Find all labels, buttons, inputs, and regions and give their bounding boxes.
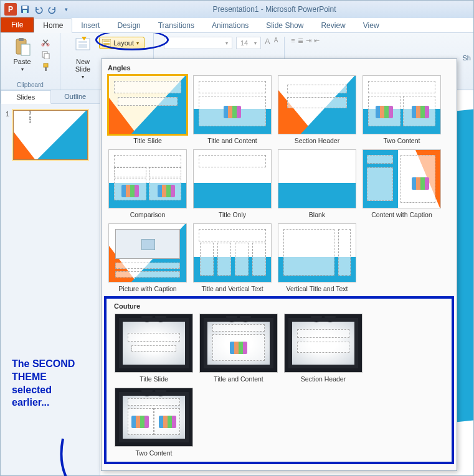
slide-number: 1 [6, 110, 9, 160]
layout-option[interactable]: Section Header [277, 75, 357, 144]
slide-thumbnail-1[interactable]: SLIDE ONE [13, 110, 88, 160]
paste-label: Paste [13, 58, 31, 65]
layout-option[interactable]: Title Slide [108, 75, 187, 144]
layout-preview [363, 149, 441, 208]
svg-rect-10 [44, 63, 48, 67]
layout-option[interactable]: Title Slide [114, 314, 194, 383]
layout-option[interactable]: Content with Caption [362, 149, 442, 218]
layout-option[interactable]: Title and Content [199, 314, 278, 383]
new-slide-button[interactable]: New Slide ▾ [69, 35, 97, 81]
layout-caption: Blank [309, 211, 325, 218]
svg-rect-9 [44, 54, 49, 59]
save-icon[interactable] [19, 4, 31, 15]
svg-rect-18 [103, 43, 110, 45]
tab-insert[interactable]: Insert [72, 19, 108, 32]
theme-label: Angles [102, 63, 457, 75]
layout-preview [363, 75, 441, 134]
layout-option[interactable]: Section Header [283, 314, 363, 383]
paste-button[interactable]: Paste ▾ [9, 35, 36, 73]
layout-caption: Title and Vertical Text [201, 285, 263, 292]
pane-tab-outline[interactable]: Outline [51, 90, 100, 103]
layout-preview [278, 75, 356, 134]
numbering-icon[interactable]: ≣ [298, 37, 303, 45]
tab-transitions[interactable]: Transitions [149, 19, 203, 32]
layout-option[interactable]: Vertical Title and Text [277, 223, 357, 292]
svg-rect-1 [22, 6, 27, 9]
slides-pane: Slides Outline 1 SLIDE ONE The SECOND TH… [1, 90, 100, 475]
layout-grid: Title SlideTitle and ContentSection Head… [108, 314, 450, 457]
layout-option[interactable]: Comparison [108, 149, 187, 218]
format-painter-icon[interactable] [39, 62, 52, 73]
layout-label: Layout [113, 39, 134, 47]
annotation-highlight-box: CoutureTitle SlideTitle and ContentSecti… [104, 296, 454, 464]
group-clipboard: Paste ▾ Clipboard [1, 33, 60, 90]
svg-rect-14 [78, 41, 87, 43]
qat-dropdown-icon[interactable]: ▾ [60, 4, 72, 15]
pane-tab-slides[interactable]: Slides [1, 90, 51, 104]
layout-option[interactable]: Title and Vertical Text [192, 223, 272, 292]
copy-icon[interactable] [39, 49, 52, 60]
layout-option[interactable]: Title and Content [192, 75, 272, 144]
layout-caption: Title and Content [214, 375, 263, 383]
layout-caption: Title and Content [207, 137, 257, 144]
svg-rect-4 [19, 38, 24, 41]
bullets-icon[interactable]: ≡ [291, 37, 295, 45]
layout-option[interactable]: Title Only [192, 149, 272, 218]
theme-label: Couture [108, 301, 450, 314]
layout-caption: Vertical Title and Text [286, 285, 348, 292]
layout-preview [278, 149, 356, 208]
tab-slideshow[interactable]: Slide Show [257, 19, 312, 32]
layout-caption: Content with Caption [371, 211, 432, 218]
file-tab[interactable]: File [1, 17, 34, 32]
layout-caption: Two Content [384, 137, 420, 144]
powerpoint-logo-icon: P [4, 3, 17, 16]
outdent-icon[interactable]: ⇤ [314, 37, 320, 45]
svg-rect-17 [103, 40, 110, 42]
layout-option[interactable]: Two Content [362, 75, 442, 144]
font-size-combo[interactable]: 14▾ [236, 37, 261, 49]
redo-icon[interactable] [47, 4, 58, 15]
layout-caption: Picture with Caption [118, 285, 176, 292]
pane-tabs: Slides Outline [1, 90, 100, 104]
cut-icon[interactable] [39, 37, 52, 48]
tab-home[interactable]: Home [34, 18, 72, 33]
shrink-font-icon[interactable]: A [274, 37, 278, 44]
layout-caption: Title Slide [140, 375, 168, 383]
layout-caption: Title Only [219, 211, 246, 218]
tab-review[interactable]: Review [312, 19, 354, 32]
slide-thumbnail-list: 1 SLIDE ONE [1, 104, 100, 166]
layout-preview [278, 223, 356, 282]
layout-option[interactable]: Picture with Caption [108, 223, 187, 292]
annotation-arrow-icon [50, 432, 107, 476]
svg-rect-15 [78, 44, 87, 48]
layout-preview [115, 388, 193, 447]
layout-caption: Title Slide [133, 137, 162, 144]
tab-view[interactable]: View [354, 19, 388, 32]
layout-preview [108, 75, 187, 134]
clipboard-group-label: Clipboard [17, 82, 44, 88]
layout-preview [193, 223, 272, 282]
quick-access-toolbar: P ▾ [1, 3, 75, 16]
indent-icon[interactable]: ⇥ [306, 37, 311, 45]
layout-option[interactable]: Blank [277, 149, 357, 218]
layout-preview [108, 223, 187, 282]
tab-design[interactable]: Design [108, 19, 149, 32]
layout-caption: Two Content [136, 449, 173, 457]
layout-caption: Section Header [295, 137, 339, 144]
layout-button[interactable]: Layout ▾ [99, 37, 145, 49]
layout-option[interactable]: Two Content [114, 388, 194, 457]
tab-animations[interactable]: Animations [203, 19, 257, 32]
svg-rect-2 [23, 10, 27, 13]
layout-preview [193, 149, 272, 208]
titlebar: P ▾ Presentation1 - Microsoft PowerPoint [1, 1, 473, 18]
undo-icon[interactable] [33, 4, 44, 15]
layout-preview [108, 149, 187, 208]
layout-caption: Comparison [130, 211, 166, 218]
layout-gallery: AnglesTitle SlideTitle and ContentSectio… [101, 58, 457, 471]
layout-preview [284, 314, 363, 373]
font-family-combo[interactable]: ▾ [164, 37, 232, 49]
svg-rect-11 [45, 67, 47, 71]
window-title: Presentation1 - Microsoft PowerPoint [75, 5, 473, 14]
grow-font-icon[interactable]: A [265, 37, 270, 46]
annotation-text: The SECOND THEME selected earlier... [12, 358, 87, 409]
